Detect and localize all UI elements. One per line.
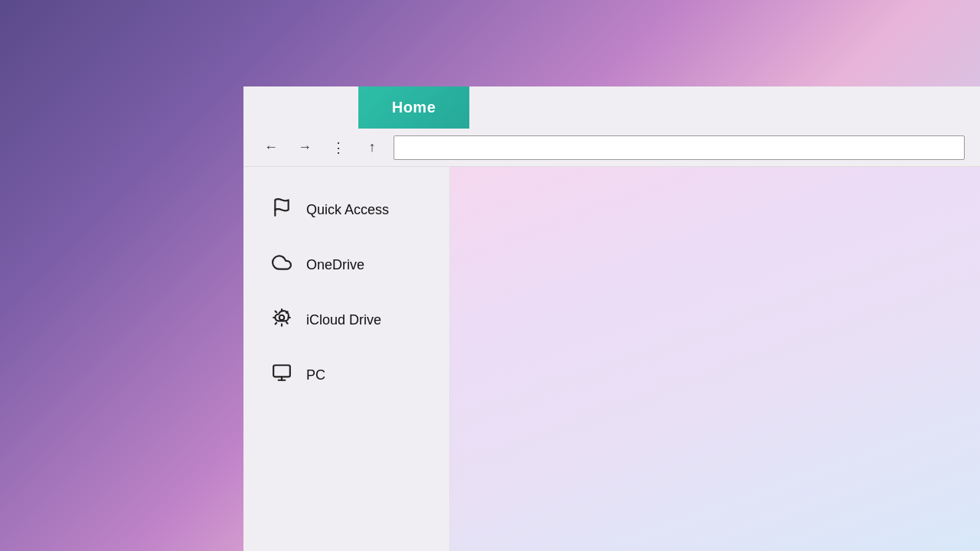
up-button[interactable]: ↑	[360, 135, 384, 160]
cloud-sun-icon	[271, 308, 292, 332]
sidebar-item-onedrive[interactable]: OneDrive	[250, 239, 443, 291]
titlebar: Home	[243, 86, 980, 129]
home-button[interactable]: Home	[358, 86, 469, 129]
pc-label: PC	[306, 367, 325, 383]
monitor-icon	[271, 363, 292, 387]
svg-rect-2	[273, 365, 290, 377]
back-icon: ←	[264, 139, 278, 155]
file-explorer-window: Home ← → ⋮ ↑	[243, 86, 980, 551]
more-icon: ⋮	[332, 139, 345, 156]
back-button[interactable]: ←	[259, 135, 283, 160]
cloud-icon	[271, 253, 292, 277]
sidebar-item-quick-access[interactable]: Quick Access	[250, 184, 443, 236]
address-bar[interactable]	[394, 135, 965, 160]
content-area: Quick Access OneDrive	[243, 167, 980, 551]
forward-button[interactable]: →	[292, 135, 317, 160]
more-options-button[interactable]: ⋮	[326, 135, 351, 160]
flag-icon	[271, 197, 292, 222]
svg-point-1	[279, 315, 285, 321]
home-label: Home	[392, 99, 436, 116]
icloud-drive-label: iCloud Drive	[306, 312, 381, 328]
quick-access-label: Quick Access	[306, 202, 389, 218]
onedrive-label: OneDrive	[306, 257, 364, 273]
sidebar-item-pc[interactable]: PC	[250, 349, 443, 401]
up-icon: ↑	[369, 139, 376, 155]
main-content	[450, 167, 980, 551]
forward-icon: →	[298, 139, 312, 155]
sidebar-item-icloud-drive[interactable]: iCloud Drive	[250, 294, 443, 346]
sidebar: Quick Access OneDrive	[243, 167, 450, 551]
toolbar: ← → ⋮ ↑	[243, 129, 980, 167]
